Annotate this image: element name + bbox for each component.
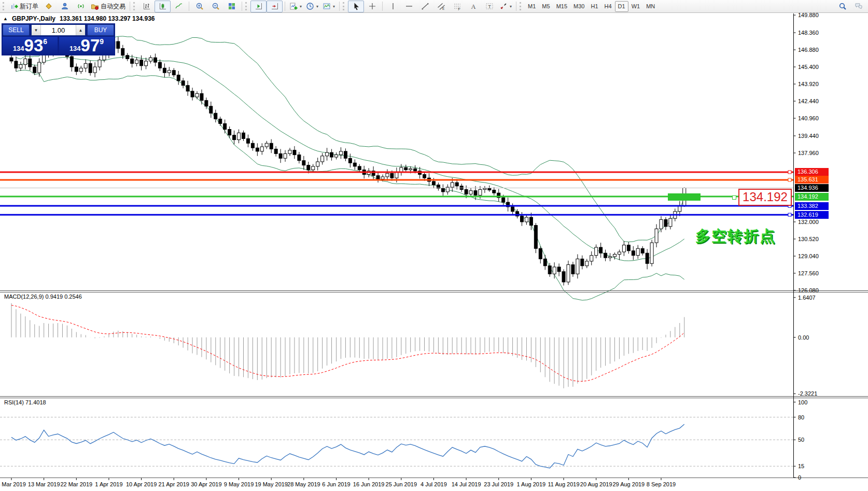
market-watch-button[interactable] [40,1,57,12]
candle [326,148,329,161]
sell-button[interactable]: SELL [3,24,30,36]
timeframe-d1-button[interactable]: D1 [615,1,628,12]
timeframe-h4-button[interactable]: H4 [601,1,615,12]
chart-shift-button[interactable] [267,1,283,12]
mt4-window: 新订单自动交易▾▾▾EFAT▾M1M5M15M30H1H4D1W1MN ▲ GB… [0,0,868,491]
auto-scroll-button[interactable] [250,1,267,12]
crosshair-button[interactable] [364,1,380,12]
signals-button[interactable] [73,1,89,12]
clock-icon [306,2,314,10]
turning-point-annotation[interactable]: 多空转折点 [695,226,776,247]
tile-windows-button[interactable] [223,1,240,12]
candle [581,256,584,270]
toolbar-grip[interactable] [3,2,6,10]
text-label-button[interactable]: T [481,1,497,12]
candle [126,53,129,61]
symbol-period-label: GBPJPY-,Daily [12,15,55,22]
candle [678,201,681,216]
buy-button[interactable]: BUY [87,24,114,36]
cursor-button[interactable] [348,1,364,12]
search-button[interactable] [834,1,850,12]
dropdown-arrow-icon[interactable]: ▾ [510,4,512,9]
level-price-tag: 136.306 [795,168,829,176]
candlestick-button[interactable] [155,1,171,12]
dropdown-arrow-icon[interactable]: ▾ [300,4,302,9]
toolbar-grip[interactable] [520,2,523,10]
candle [251,141,254,151]
fibonacci-button[interactable]: F [449,1,465,12]
candle [293,146,296,159]
candle [93,62,96,77]
timeframe-h1-button[interactable]: H1 [587,1,601,12]
bollinger-upper-band[interactable] [16,36,684,242]
zoom-out-button[interactable] [207,1,223,12]
text-button[interactable]: A [465,1,481,12]
buy-price-display[interactable]: 134 97 9 [59,37,114,54]
candle [636,245,639,259]
toolbar-grip[interactable] [245,2,248,10]
chat-button[interactable] [850,1,866,12]
timeframe-mn-button[interactable]: MN [643,1,658,12]
periods-button[interactable]: ▾ [304,1,320,12]
toolbar-grip[interactable] [133,2,136,10]
candle [543,255,547,270]
zoom-in-button[interactable] [191,1,207,12]
channel-button[interactable]: E [433,1,449,12]
collapse-panel-icon[interactable]: ▲ [3,16,8,21]
search-icon [838,2,847,10]
candle [525,214,528,225]
candle [135,57,138,66]
candle [145,58,148,69]
rsi-tick-label: 15 [798,463,804,469]
date-tick-label: 8 Sep 2019 [647,481,676,487]
date-tick-label: 14 Jul 2019 [452,481,481,487]
timeframe-m1-button[interactable]: M1 [525,1,539,12]
templates-button[interactable]: ▾ [320,1,337,12]
line-chart-button[interactable] [171,1,187,12]
candle [10,55,13,64]
timeframe-m5-button[interactable]: M5 [539,1,553,12]
navigator-button[interactable] [57,1,73,12]
candle [140,55,143,71]
date-tick-label: 9 May 2019 [224,481,254,487]
indicators-button[interactable]: ▾ [287,1,304,12]
one-click-trading-panel: SELL ▼ 1.00 ▲ BUY 134 93 6 134 97 9 [2,23,115,55]
candle [19,62,22,71]
candle [321,153,324,164]
candle [646,249,649,269]
horizontal-line-button[interactable] [401,1,417,12]
toolbar-separator [130,2,130,11]
date-tick-label: 28 May 2019 [287,481,320,487]
bar-chart-button[interactable] [138,1,155,12]
date-tick-label: 23 Jul 2019 [484,481,513,487]
candle [312,164,315,172]
dropdown-arrow-icon[interactable]: ▾ [333,4,335,9]
candle [98,57,101,71]
toolbar-separator [242,2,242,11]
ohlc-values: 133.361 134.980 133.297 134.936 [60,15,155,22]
candle [507,198,510,212]
arrows-button[interactable]: ▾ [497,1,514,12]
signals-icon [77,2,85,10]
volume-input[interactable]: 1.00 [41,25,76,35]
timeframe-m15-button[interactable]: M15 [553,1,570,12]
date-tick-label: 10 Apr 2019 [126,481,157,487]
toolbar-grip[interactable] [343,2,346,10]
trendline-icon [421,2,429,10]
candle [604,249,607,261]
indicators-icon [289,2,298,10]
timeframe-w1-button[interactable]: W1 [628,1,643,12]
horizontal-line-icon [405,2,413,10]
vertical-line-button[interactable] [385,1,401,12]
hline-drag-handle[interactable] [732,195,736,200]
price-callout-box[interactable]: 134.192 [738,189,792,206]
dropdown-arrow-icon[interactable]: ▾ [316,4,318,9]
candlestick-icon [159,2,167,10]
autotrading-button[interactable]: 自动交易 [89,1,128,12]
volume-decrease-button[interactable]: ▼ [32,25,41,35]
sell-price-display[interactable]: 134 93 6 [3,37,58,54]
trendline-button[interactable] [417,1,433,12]
timeframe-m30-button[interactable]: M30 [570,1,587,12]
new-order-button[interactable]: 新订单 [8,1,40,12]
volume-increase-button[interactable]: ▲ [76,25,85,35]
